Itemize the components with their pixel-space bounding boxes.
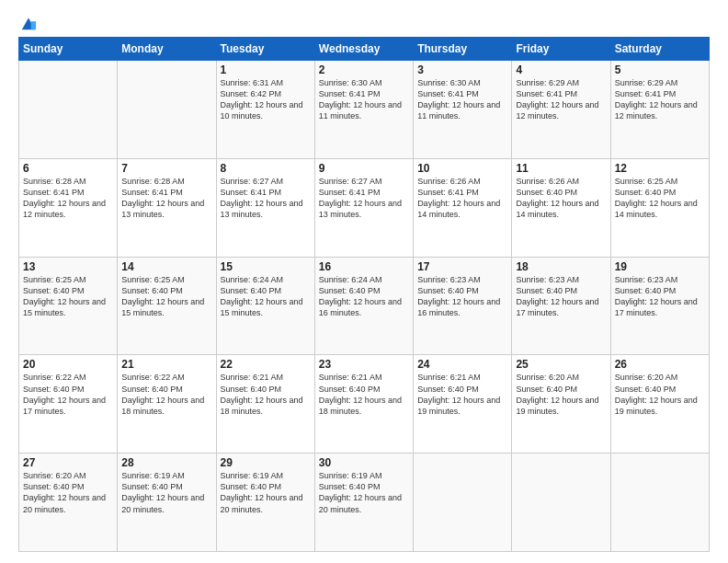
daylight-text: Daylight: 12 hours and 10 minutes. [221, 99, 311, 121]
day-number: 11 [516, 162, 606, 175]
sunset-text: Sunset: 6:40 PM [23, 481, 113, 492]
sunrise-text: Sunrise: 6:27 AM [221, 176, 311, 187]
day-number: 27 [23, 456, 113, 469]
sunrise-text: Sunrise: 6:20 AM [516, 372, 606, 383]
sunrise-text: Sunrise: 6:22 AM [121, 372, 211, 383]
sunset-text: Sunset: 6:41 PM [417, 88, 507, 99]
sunrise-text: Sunrise: 6:25 AM [23, 274, 113, 285]
day-number: 7 [121, 162, 211, 175]
calendar-cell: 21Sunrise: 6:22 AMSunset: 6:40 PMDayligh… [118, 355, 216, 454]
day-info: Sunrise: 6:19 AMSunset: 6:40 PMDaylight:… [121, 470, 211, 515]
day-info: Sunrise: 6:21 AMSunset: 6:40 PMDaylight:… [319, 372, 409, 417]
daylight-text: Daylight: 12 hours and 12 minutes. [23, 198, 113, 220]
daylight-text: Daylight: 12 hours and 13 minutes. [121, 198, 211, 220]
calendar-cell [610, 454, 709, 552]
weekday-header-monday: Monday [118, 38, 216, 61]
calendar-cell: 19Sunrise: 6:23 AMSunset: 6:40 PMDayligh… [610, 257, 709, 355]
day-number: 1 [221, 63, 311, 76]
day-number: 4 [516, 63, 606, 76]
day-info: Sunrise: 6:23 AMSunset: 6:40 PMDaylight:… [615, 274, 705, 319]
daylight-text: Daylight: 12 hours and 11 minutes. [319, 99, 409, 121]
sunset-text: Sunset: 6:41 PM [516, 88, 606, 99]
daylight-text: Daylight: 12 hours and 14 minutes. [615, 198, 705, 220]
sunset-text: Sunset: 6:40 PM [23, 285, 113, 296]
svg-rect-1 [31, 21, 36, 29]
day-info: Sunrise: 6:26 AMSunset: 6:41 PMDaylight:… [417, 176, 507, 221]
sunset-text: Sunset: 6:40 PM [121, 481, 211, 492]
day-info: Sunrise: 6:20 AMSunset: 6:40 PMDaylight:… [516, 372, 606, 417]
day-info: Sunrise: 6:19 AMSunset: 6:40 PMDaylight:… [221, 470, 311, 515]
day-number: 16 [319, 260, 409, 273]
daylight-text: Daylight: 12 hours and 12 minutes. [516, 99, 606, 121]
daylight-text: Daylight: 12 hours and 20 minutes. [121, 492, 211, 514]
day-info: Sunrise: 6:31 AMSunset: 6:42 PMDaylight:… [221, 77, 311, 122]
day-number: 29 [221, 456, 311, 469]
sunrise-text: Sunrise: 6:28 AM [23, 176, 113, 187]
sunrise-text: Sunrise: 6:31 AM [221, 77, 311, 88]
sunrise-text: Sunrise: 6:26 AM [516, 176, 606, 187]
calendar-cell: 30Sunrise: 6:19 AMSunset: 6:40 PMDayligh… [314, 454, 413, 552]
day-info: Sunrise: 6:24 AMSunset: 6:40 PMDaylight:… [221, 274, 311, 319]
daylight-text: Daylight: 12 hours and 15 minutes. [23, 296, 113, 318]
day-info: Sunrise: 6:23 AMSunset: 6:40 PMDaylight:… [417, 274, 507, 319]
daylight-text: Daylight: 12 hours and 17 minutes. [615, 296, 705, 318]
sunrise-text: Sunrise: 6:19 AM [221, 470, 311, 481]
day-info: Sunrise: 6:27 AMSunset: 6:41 PMDaylight:… [221, 176, 311, 221]
sunset-text: Sunset: 6:42 PM [221, 88, 311, 99]
calendar-cell: 20Sunrise: 6:22 AMSunset: 6:40 PMDayligh… [19, 355, 118, 454]
calendar-cell: 11Sunrise: 6:26 AMSunset: 6:40 PMDayligh… [512, 158, 610, 257]
day-info: Sunrise: 6:29 AMSunset: 6:41 PMDaylight:… [615, 77, 705, 122]
calendar-cell: 5Sunrise: 6:29 AMSunset: 6:41 PMDaylight… [610, 61, 709, 159]
header [18, 15, 710, 28]
day-number: 8 [221, 162, 311, 175]
calendar-cell: 13Sunrise: 6:25 AMSunset: 6:40 PMDayligh… [19, 257, 118, 355]
calendar-week-2: 13Sunrise: 6:25 AMSunset: 6:40 PMDayligh… [19, 257, 710, 355]
sunset-text: Sunset: 6:41 PM [221, 187, 311, 198]
sunset-text: Sunset: 6:41 PM [615, 88, 705, 99]
daylight-text: Daylight: 12 hours and 17 minutes. [23, 395, 113, 417]
day-number: 5 [615, 63, 705, 76]
sunrise-text: Sunrise: 6:20 AM [23, 470, 113, 481]
sunset-text: Sunset: 6:41 PM [319, 187, 409, 198]
day-info: Sunrise: 6:21 AMSunset: 6:40 PMDaylight:… [417, 372, 507, 417]
logo-icon [20, 15, 37, 31]
day-info: Sunrise: 6:20 AMSunset: 6:40 PMDaylight:… [615, 372, 705, 417]
weekday-header-saturday: Saturday [610, 38, 709, 61]
day-number: 17 [417, 260, 507, 273]
day-info: Sunrise: 6:22 AMSunset: 6:40 PMDaylight:… [23, 372, 113, 417]
calendar-cell: 26Sunrise: 6:20 AMSunset: 6:40 PMDayligh… [610, 355, 709, 454]
sunset-text: Sunset: 6:40 PM [121, 384, 211, 395]
day-info: Sunrise: 6:26 AMSunset: 6:40 PMDaylight:… [516, 176, 606, 221]
calendar-cell: 27Sunrise: 6:20 AMSunset: 6:40 PMDayligh… [19, 454, 118, 552]
daylight-text: Daylight: 12 hours and 13 minutes. [221, 198, 311, 220]
calendar-cell: 23Sunrise: 6:21 AMSunset: 6:40 PMDayligh… [314, 355, 413, 454]
sunrise-text: Sunrise: 6:24 AM [319, 274, 409, 285]
day-info: Sunrise: 6:30 AMSunset: 6:41 PMDaylight:… [319, 77, 409, 122]
calendar-week-4: 27Sunrise: 6:20 AMSunset: 6:40 PMDayligh… [19, 454, 710, 552]
daylight-text: Daylight: 12 hours and 12 minutes. [615, 99, 705, 121]
sunset-text: Sunset: 6:40 PM [221, 481, 311, 492]
daylight-text: Daylight: 12 hours and 11 minutes. [417, 99, 507, 121]
sunrise-text: Sunrise: 6:26 AM [417, 176, 507, 187]
daylight-text: Daylight: 12 hours and 18 minutes. [121, 395, 211, 417]
day-number: 3 [417, 63, 507, 76]
sunrise-text: Sunrise: 6:19 AM [121, 470, 211, 481]
calendar-cell [512, 454, 610, 552]
weekday-header-wednesday: Wednesday [314, 38, 413, 61]
sunset-text: Sunset: 6:41 PM [121, 187, 211, 198]
day-info: Sunrise: 6:22 AMSunset: 6:40 PMDaylight:… [121, 372, 211, 417]
sunrise-text: Sunrise: 6:22 AM [23, 372, 113, 383]
sunrise-text: Sunrise: 6:27 AM [319, 176, 409, 187]
sunset-text: Sunset: 6:40 PM [615, 384, 705, 395]
weekday-header-sunday: Sunday [19, 38, 118, 61]
calendar-cell: 10Sunrise: 6:26 AMSunset: 6:41 PMDayligh… [414, 158, 512, 257]
day-number: 22 [221, 358, 311, 371]
calendar-cell: 24Sunrise: 6:21 AMSunset: 6:40 PMDayligh… [414, 355, 512, 454]
daylight-text: Daylight: 12 hours and 19 minutes. [615, 395, 705, 417]
day-info: Sunrise: 6:28 AMSunset: 6:41 PMDaylight:… [23, 176, 113, 221]
calendar-cell [19, 61, 118, 159]
daylight-text: Daylight: 12 hours and 19 minutes. [516, 395, 606, 417]
sunset-text: Sunset: 6:40 PM [516, 285, 606, 296]
sunrise-text: Sunrise: 6:23 AM [516, 274, 606, 285]
sunrise-text: Sunrise: 6:25 AM [615, 176, 705, 187]
